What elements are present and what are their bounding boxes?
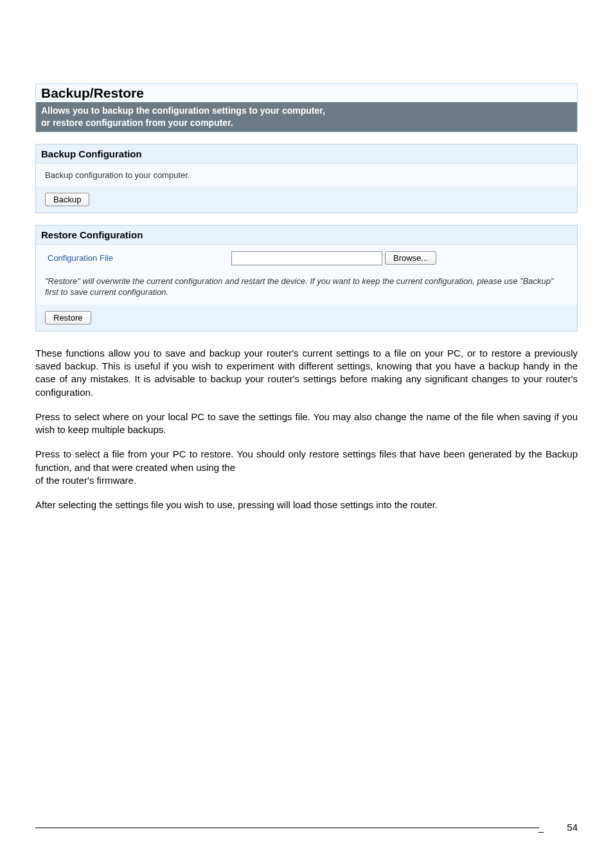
restore-button-row: Restore [36, 305, 577, 331]
document-body: These functions allow you to save and ba… [35, 347, 578, 512]
panel-subtitle: Allows you to backup the configuration s… [36, 102, 577, 132]
doc-p4: After selecting the settings file you wi… [35, 499, 578, 511]
restore-heading: Restore Configuration [36, 226, 577, 245]
panel-sub-line2: or restore configuration from your compu… [41, 117, 572, 129]
backup-section: Backup Configuration Backup configuratio… [35, 144, 578, 213]
backup-restore-panel: Backup/Restore Allows you to backup the … [35, 84, 578, 132]
page-number: 54 [567, 822, 578, 833]
restore-note: "Restore" will overwrite the current con… [36, 272, 577, 305]
doc-p4b: will load those settings into the router… [277, 499, 438, 510]
restore-button[interactable]: Restore [45, 311, 91, 324]
doc-p3: Press to select a file from your PC to r… [35, 448, 578, 487]
doc-p3a: Press [35, 448, 64, 459]
backup-button-row: Backup [36, 186, 577, 213]
doc-p2: Press to select where on your local PC t… [35, 411, 578, 437]
doc-p4a: After selecting the settings file you wi… [35, 499, 277, 510]
doc-p3b: to select a file from your PC to restore… [35, 448, 578, 472]
footer-tick [538, 832, 544, 833]
panel-sub-line1: Allows you to backup the configuration s… [41, 105, 572, 117]
doc-p2b: to select where on your local PC to save… [35, 411, 578, 435]
doc-p2a: Press [35, 411, 63, 422]
backup-button[interactable]: Backup [45, 193, 89, 206]
panel-title: Backup/Restore [36, 84, 577, 102]
config-file-input[interactable] [231, 251, 382, 265]
config-file-label: Configuration File [45, 253, 231, 263]
doc-p3c: of the router's firmware. [35, 475, 136, 486]
restore-file-row: Configuration File Browse... [36, 245, 577, 272]
browse-button[interactable]: Browse... [385, 251, 436, 265]
backup-heading: Backup Configuration [36, 145, 577, 164]
restore-section: Restore Configuration Configuration File… [35, 225, 578, 332]
backup-desc: Backup configuration to your computer. [36, 164, 577, 186]
doc-p1: These functions allow you to save and ba… [35, 347, 578, 399]
footer-rule [35, 828, 539, 828]
